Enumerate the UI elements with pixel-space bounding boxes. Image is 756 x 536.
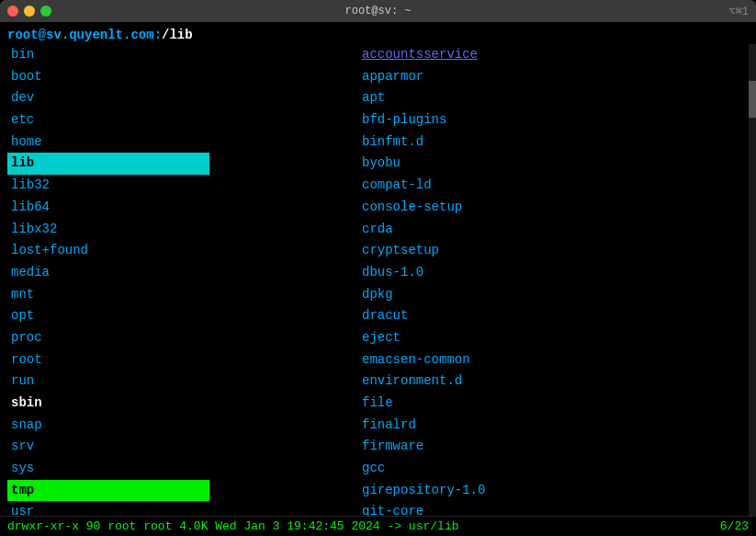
right-dir-item[interactable]: gcc <box>358 458 749 480</box>
window-title: root@sv: ~ <box>344 5 411 17</box>
left-dir-item[interactable]: usr <box>7 501 358 516</box>
left-dir-item[interactable]: dev <box>7 87 358 109</box>
right-dir-item[interactable]: crda <box>358 219 749 241</box>
left-dir-item[interactable]: lib <box>7 153 209 175</box>
close-button[interactable] <box>7 6 18 17</box>
window-buttons <box>7 6 51 17</box>
right-dir-item[interactable]: accountsservice <box>358 44 749 66</box>
left-dir-item[interactable]: sbin <box>7 393 358 415</box>
right-dir-item[interactable]: environment.d <box>358 371 749 393</box>
left-dir-item[interactable]: lost+found <box>7 240 358 262</box>
left-dir-item[interactable]: run <box>7 371 358 393</box>
right-dir-item[interactable]: dpkg <box>358 284 749 306</box>
left-dir-item[interactable]: mnt <box>7 284 358 306</box>
right-dir-item[interactable]: byobu <box>358 153 749 175</box>
right-dir-item[interactable]: binfmt.d <box>358 131 749 154</box>
left-dir-item[interactable]: lib32 <box>7 175 358 197</box>
left-dir-item[interactable]: boot <box>7 66 358 88</box>
cols-wrapper: binbootdevetchomeliblib32lib64libx32lost… <box>0 44 756 516</box>
right-dir-item[interactable]: emacsen-common <box>358 349 749 371</box>
right-dir-item[interactable]: apparmor <box>358 66 749 88</box>
left-dir-item[interactable]: libx32 <box>7 219 358 241</box>
right-dir-item[interactable]: file <box>358 393 749 415</box>
right-dir-item[interactable]: eject <box>358 327 749 349</box>
right-dir-item[interactable]: git-core <box>358 501 749 516</box>
right-dir-item[interactable]: dbus-1.0 <box>358 262 749 284</box>
status-left: drwxr-xr-x 90 root root 4.0K Wed Jan 3 1… <box>7 519 458 533</box>
left-dir-item[interactable]: proc <box>7 327 358 349</box>
maximize-button[interactable] <box>40 6 51 17</box>
terminal: root@sv.quyenlt.com:/lib binbootdevetcho… <box>0 22 756 516</box>
prompt-user: root@sv.quyenlt.com: <box>7 28 162 42</box>
right-dir-item[interactable]: girepository-1.0 <box>358 480 749 502</box>
scrollbar-thumb[interactable] <box>749 81 756 118</box>
left-dir-item[interactable]: srv <box>7 436 358 458</box>
left-dir-item[interactable]: home <box>7 131 358 154</box>
minimize-button[interactable] <box>24 6 35 17</box>
right-dir-item[interactable]: dracut <box>358 305 749 327</box>
left-dir-item[interactable]: lib64 <box>7 197 358 219</box>
status-bar: drwxr-xr-x 90 root root 4.0K Wed Jan 3 1… <box>0 516 756 536</box>
right-column: accountsserviceapparmoraptbfd-pluginsbin… <box>358 44 749 516</box>
right-dir-item[interactable]: cryptsetup <box>358 240 749 262</box>
left-dir-item[interactable]: tmp <box>7 480 209 502</box>
scrollbar[interactable] <box>749 44 756 516</box>
right-dir-item[interactable]: console-setup <box>358 197 749 219</box>
right-dir-item[interactable]: compat-ld <box>358 175 749 197</box>
left-dir-item[interactable]: media <box>7 262 358 284</box>
right-dir-item[interactable]: apt <box>358 87 749 109</box>
status-right: 6/23 <box>720 519 749 533</box>
prompt-dir: /lib <box>162 28 193 42</box>
left-dir-item[interactable]: etc <box>7 109 358 131</box>
right-dir-item[interactable]: bfd-plugins <box>358 109 749 131</box>
prompt-line: root@sv.quyenlt.com:/lib <box>0 26 756 44</box>
left-dir-item[interactable]: opt <box>7 305 358 327</box>
left-column: binbootdevetchomeliblib32lib64libx32lost… <box>0 44 358 516</box>
left-dir-item[interactable]: sys <box>7 458 358 480</box>
right-dir-item[interactable]: finalrd <box>358 415 749 437</box>
left-dir-item[interactable]: bin <box>7 44 358 66</box>
left-dir-item[interactable]: snap <box>7 415 358 437</box>
right-dir-item[interactable]: firmware <box>358 436 749 458</box>
title-bar: root@sv: ~ ⌥⌘1 <box>0 0 756 22</box>
keyboard-shortcut: ⌥⌘1 <box>728 5 749 18</box>
left-dir-item[interactable]: root <box>7 349 358 371</box>
